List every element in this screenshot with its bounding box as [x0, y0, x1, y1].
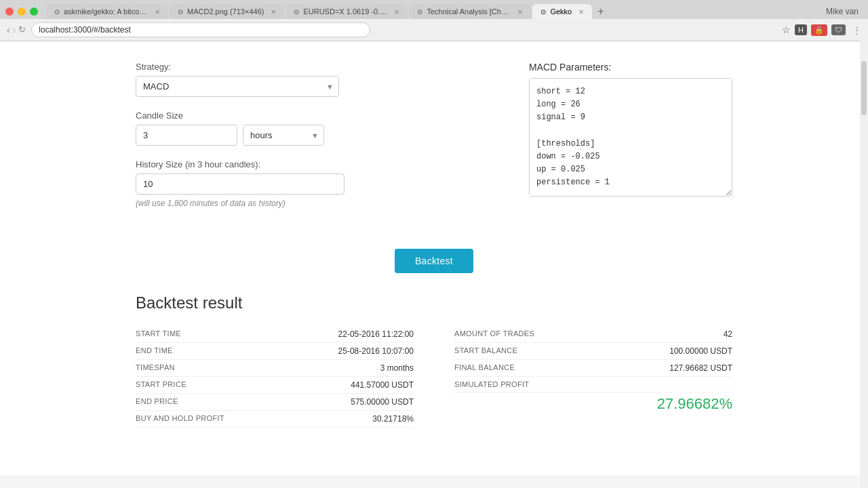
macd-params-label: MACD Parameters:: [529, 62, 732, 73]
candle-row: minutes hours days ▼: [136, 125, 488, 146]
results-section: Backtest result START TIME 22-05-2016 11…: [136, 293, 732, 428]
result-start-balance-value: 100.00000 USDT: [669, 346, 732, 356]
history-size-input[interactable]: [136, 174, 344, 195]
right-column: MACD Parameters: short = 12 long = 26 si…: [529, 62, 732, 222]
candle-size-field-group: Candle Size minutes hours days ▼: [136, 110, 488, 146]
left-column: Strategy: MACD ▼ Candle Size: [136, 62, 488, 222]
strategy-select-wrapper: MACD ▼: [136, 76, 339, 97]
result-start-price: START PRICE 441.57000 USDT: [136, 377, 414, 394]
result-start-balance: START BALANCE 100.00000 USDT: [454, 343, 732, 360]
result-final-balance: FINAL BALANCE 127.96682 USDT: [454, 360, 732, 377]
result-timespan: TIMESPAN 3 months: [136, 360, 414, 377]
history-size-label: History Size (in 3 hour candles):: [136, 159, 488, 169]
scrollbar-track[interactable]: [860, 41, 868, 475]
result-buy-hold-profit: BUY AND HOLD PROFIT 30.21718%: [136, 411, 414, 428]
extension-icon-red[interactable]: 🔒: [811, 24, 827, 36]
results-right-col: AMOUNT OF TRADES 42 START BALANCE 100.00…: [454, 326, 732, 428]
tab-1[interactable]: ⊙ askmike/gekko: A bitcoin trad... ✕: [46, 4, 168, 19]
candle-unit-select[interactable]: minutes hours days: [243, 125, 324, 146]
tab-4[interactable]: ⊙ Technical Analysis [ChartSc... ✕: [409, 4, 531, 19]
tab-2-label: MACD2.png (713×446): [187, 7, 264, 16]
history-size-field-group: History Size (in 3 hour candles): (will …: [136, 159, 488, 208]
menu-button[interactable]: ⋮: [852, 25, 861, 35]
results-left-col: START TIME 22-05-2016 11:22:00 END TIME …: [136, 326, 414, 428]
strategy-field-group: Strategy: MACD ▼: [136, 62, 488, 97]
reload-button[interactable]: ↻: [18, 24, 26, 35]
extension-icon-shield[interactable]: 🛡: [831, 24, 846, 35]
simulated-profit-value: 27.96682%: [454, 395, 732, 413]
toolbar-icons: ☆ H 🔒 🛡 ⋮: [782, 24, 861, 36]
tab-3-label: EURUSD=X 1.0619 -0.0014...: [303, 7, 387, 16]
scrollbar-thumb[interactable]: [861, 61, 867, 115]
page-content: Strategy: MACD ▼ Candle Size: [0, 41, 868, 475]
result-end-time: END TIME 25-08-2016 10:07:00: [136, 343, 414, 360]
address-input[interactable]: [31, 22, 370, 37]
address-bar: ‹ › ↻ ☆ H 🔒 🛡 ⋮: [0, 19, 868, 41]
results-title: Backtest result: [136, 293, 732, 312]
candle-number-input[interactable]: [136, 125, 237, 146]
bookmark-star-icon[interactable]: ☆: [782, 24, 791, 35]
result-end-price-value: 575.00000 USDT: [351, 397, 414, 407]
history-hint: (will use 1,800 minutes of data as histo…: [136, 199, 488, 208]
tab-2-icon: ⊙: [178, 8, 183, 16]
tab-2-close[interactable]: ✕: [271, 8, 276, 16]
tab-1-close[interactable]: ✕: [155, 8, 160, 16]
tab-4-label: Technical Analysis [ChartSc...: [427, 7, 511, 16]
result-start-time: START TIME 22-05-2016 11:22:00: [136, 326, 414, 343]
minimize-button[interactable]: [18, 7, 26, 16]
tab-5-label: Gekko: [550, 7, 572, 16]
result-timespan-value: 3 months: [380, 363, 414, 373]
result-end-price: END PRICE 575.00000 USDT: [136, 394, 414, 411]
result-end-time-key: END TIME: [136, 346, 173, 356]
result-final-balance-key: FINAL BALANCE: [454, 363, 515, 373]
strategy-label: Strategy:: [136, 62, 488, 72]
result-start-time-value: 22-05-2016 11:22:00: [338, 329, 414, 339]
result-buy-hold-profit-value: 30.21718%: [372, 414, 414, 424]
user-label: Mike van: [826, 7, 863, 16]
nav-buttons: ‹ › ↻: [7, 24, 26, 35]
extension-icon-h[interactable]: H: [795, 24, 807, 35]
tab-1-icon: ⊙: [54, 8, 60, 16]
tab-2[interactable]: ⊙ MACD2.png (713×446) ✕: [170, 4, 284, 19]
tab-3[interactable]: ⊙ EURUSD=X 1.0619 -0.0014... ✕: [285, 4, 408, 19]
new-tab-button[interactable]: +: [597, 5, 604, 18]
result-end-price-key: END PRICE: [136, 397, 178, 407]
result-simulated-profit-key: SIMULATED PROFIT: [454, 380, 529, 388]
candle-unit-select-wrapper: minutes hours days ▼: [243, 125, 324, 146]
result-amount-trades: AMOUNT OF TRADES 42: [454, 326, 732, 343]
tab-5-close[interactable]: ✕: [578, 8, 584, 16]
result-start-price-value: 441.57000 USDT: [351, 380, 414, 390]
close-button[interactable]: [5, 7, 14, 16]
main-container: Strategy: MACD ▼ Candle Size: [108, 62, 760, 428]
result-timespan-key: TIMESPAN: [136, 363, 175, 373]
form-section: Strategy: MACD ▼ Candle Size: [136, 62, 732, 222]
results-grid: START TIME 22-05-2016 11:22:00 END TIME …: [136, 326, 732, 428]
backtest-button[interactable]: Backtest: [395, 249, 473, 273]
tab-1-label: askmike/gekko: A bitcoin trad...: [64, 7, 148, 16]
tab-5-icon: ⊙: [540, 8, 546, 16]
tab-5-active[interactable]: ⊙ Gekko ✕: [532, 4, 592, 19]
result-start-price-key: START PRICE: [136, 380, 186, 390]
browser-chrome: ⊙ askmike/gekko: A bitcoin trad... ✕ ⊙ M…: [0, 0, 868, 41]
tab-bar: ⊙ askmike/gekko: A bitcoin trad... ✕ ⊙ M…: [0, 0, 868, 19]
result-amount-trades-key: AMOUNT OF TRADES: [454, 329, 534, 339]
result-buy-hold-profit-key: BUY AND HOLD PROFIT: [136, 414, 224, 424]
candle-size-label: Candle Size: [136, 110, 488, 121]
tab-3-close[interactable]: ✕: [394, 8, 399, 16]
tab-4-icon: ⊙: [417, 8, 422, 16]
maximize-button[interactable]: [30, 7, 38, 16]
result-simulated-profit: SIMULATED PROFIT: [454, 377, 732, 392]
back-button[interactable]: ‹: [7, 24, 10, 35]
result-start-balance-key: START BALANCE: [454, 346, 517, 356]
result-start-time-key: START TIME: [136, 329, 181, 339]
result-final-balance-value: 127.96682 USDT: [669, 363, 732, 373]
result-end-time-value: 25-08-2016 10:07:00: [338, 346, 414, 356]
tab-4-close[interactable]: ✕: [517, 8, 523, 16]
result-amount-trades-value: 42: [724, 329, 732, 339]
strategy-select[interactable]: MACD: [136, 76, 339, 97]
backtest-btn-row: Backtest: [136, 249, 732, 273]
tab-3-icon: ⊙: [294, 8, 299, 16]
window-controls: [5, 7, 38, 16]
forward-button[interactable]: ›: [13, 24, 16, 35]
macd-params-textarea[interactable]: short = 12 long = 26 signal = 9 [thresho…: [529, 78, 732, 197]
